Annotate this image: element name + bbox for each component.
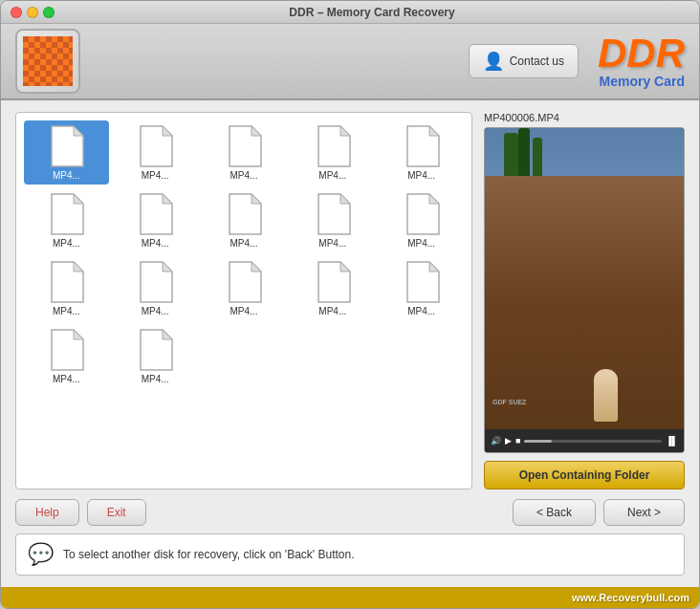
brand-name: DDR (598, 33, 685, 74)
file-icon (136, 328, 174, 372)
stop-button[interactable]: ■ (515, 436, 520, 446)
main-content: MP4... MP4... (1, 100, 699, 587)
window-title: DDR – Memory Card Recovery (55, 6, 689, 19)
file-label: MP4... (53, 238, 80, 249)
contact-icon: 👤 (483, 51, 504, 72)
list-item[interactable]: MP4... (113, 324, 198, 388)
list-item[interactable]: MP4... (113, 120, 198, 185)
file-icon (47, 260, 85, 304)
file-label: MP4... (407, 238, 435, 249)
bottom-row: Help Exit < Back Next > (15, 499, 685, 526)
preview-panel: MP400006.MP4 GDF S (484, 112, 685, 489)
video-overlay-text: GDF SUEZ (492, 399, 526, 405)
list-item[interactable]: MP4... (202, 188, 287, 252)
file-label: MP4... (230, 238, 258, 249)
brand-subtitle: Memory Card (598, 74, 685, 89)
info-icon: 💬 (28, 542, 54, 567)
next-button[interactable]: Next > (603, 499, 685, 526)
file-icon (47, 328, 85, 372)
file-icon (136, 260, 174, 304)
list-item[interactable]: MP4... (290, 120, 375, 185)
preview-image: GDF SUEZ (485, 128, 684, 429)
list-item[interactable]: MP4... (113, 256, 198, 320)
file-label: MP4... (230, 170, 258, 181)
volume-icon[interactable]: 🔊 (491, 436, 501, 446)
help-button[interactable]: Help (15, 499, 79, 526)
list-item[interactable]: MP4... (113, 188, 198, 252)
list-item[interactable]: MP4... (379, 120, 464, 185)
list-item[interactable]: MP4... (24, 256, 109, 320)
file-label: MP4... (53, 374, 80, 384)
play-button[interactable]: ▶ (505, 436, 512, 446)
brand-area: DDR Memory Card (598, 33, 685, 89)
list-item[interactable]: MP4... (290, 188, 375, 252)
open-folder-button[interactable]: Open Containing Folder (484, 461, 685, 489)
back-button[interactable]: < Back (513, 499, 596, 526)
preview-box: GDF SUEZ 🔊 ▶ ■ ▐▌ (484, 127, 685, 453)
file-icon (314, 192, 352, 236)
title-bar: DDR – Memory Card Recovery (1, 1, 699, 24)
list-item[interactable]: MP4... (379, 188, 464, 252)
file-icon (47, 192, 85, 236)
preview-controls: 🔊 ▶ ■ ▐▌ (485, 429, 684, 452)
list-item[interactable]: MP4... (24, 324, 109, 388)
file-icon (225, 124, 263, 168)
file-icon (225, 260, 263, 304)
file-label: MP4... (53, 170, 80, 181)
file-label: MP4... (142, 238, 169, 249)
progress-fill (524, 440, 552, 443)
contact-label: Contact us (510, 54, 564, 68)
file-icon (136, 192, 174, 236)
logo-box (15, 29, 80, 94)
tree-decoration (504, 133, 518, 181)
preview-filename: MP400006.MP4 (484, 112, 685, 123)
list-item[interactable]: MP4... (202, 256, 287, 320)
file-label: MP4... (142, 306, 169, 316)
file-label: MP4... (407, 306, 435, 316)
info-bar: 💬 To select another disk for recovery, c… (15, 533, 685, 576)
file-icon (314, 260, 352, 304)
file-label: MP4... (318, 170, 346, 181)
info-message: To select another disk for recovery, cli… (63, 548, 355, 561)
file-label: MP4... (142, 374, 169, 384)
content-row: MP4... MP4... (15, 112, 685, 489)
logo-icon (23, 36, 73, 86)
file-label: MP4... (318, 238, 346, 249)
tree-decoration (533, 138, 542, 181)
main-window: DDR – Memory Card Recovery 👤 Contact us … (0, 0, 700, 609)
file-icon (403, 124, 441, 168)
exit-button[interactable]: Exit (87, 499, 146, 526)
progress-bar[interactable] (524, 440, 662, 443)
list-item[interactable]: MP4... (202, 120, 287, 185)
list-item[interactable]: MP4... (24, 120, 109, 185)
stadium-decoration (485, 176, 684, 429)
file-label: MP4... (318, 306, 346, 316)
file-grid: MP4... MP4... (24, 120, 464, 388)
file-icon (225, 192, 263, 236)
footer-url: www.Recoverybull.com (572, 592, 689, 603)
minimize-button[interactable] (27, 7, 38, 18)
file-icon (314, 124, 352, 168)
footer: www.Recoverybull.com (1, 587, 699, 608)
person-silhouette (594, 369, 618, 422)
file-label: MP4... (407, 170, 435, 181)
file-label: MP4... (142, 170, 169, 181)
file-icon (47, 124, 85, 168)
speaker-icon[interactable]: ▐▌ (666, 436, 678, 446)
list-item[interactable]: MP4... (379, 256, 464, 320)
close-button[interactable] (11, 7, 22, 18)
file-label: MP4... (230, 306, 258, 316)
list-item[interactable]: MP4... (290, 256, 375, 320)
preview-scene: GDF SUEZ (485, 128, 684, 429)
header: 👤 Contact us DDR Memory Card (1, 24, 699, 100)
file-label: MP4... (53, 306, 80, 316)
file-icon (403, 192, 441, 236)
contact-button[interactable]: 👤 Contact us (469, 44, 579, 78)
traffic-lights (11, 7, 55, 18)
file-icon (136, 124, 174, 168)
file-panel[interactable]: MP4... MP4... (15, 112, 472, 489)
list-item[interactable]: MP4... (24, 188, 109, 252)
maximize-button[interactable] (43, 7, 55, 18)
file-icon (403, 260, 441, 304)
